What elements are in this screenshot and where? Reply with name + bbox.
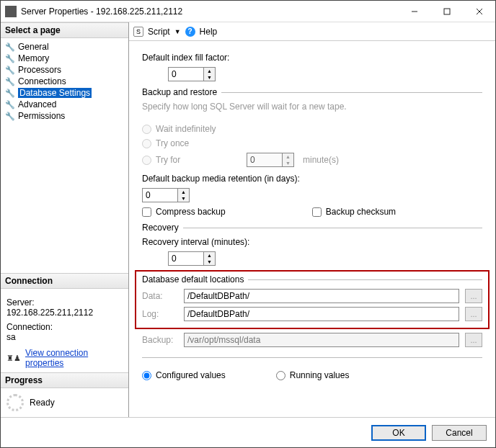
recovery-interval-input[interactable]: ▲▼ bbox=[168, 251, 216, 266]
script-button[interactable]: Script bbox=[148, 27, 170, 37]
try-once-label: Try once bbox=[156, 138, 189, 148]
progress-status-text: Ready bbox=[30, 398, 55, 408]
page-list: 🔧General 🔧Memory 🔧Processors 🔧Connection… bbox=[1, 38, 128, 125]
spin-up-icon: ▲ bbox=[283, 153, 293, 160]
connection-info: Server: 192.168.225.211,2112 Connection:… bbox=[1, 289, 128, 372]
help-button[interactable]: Help bbox=[200, 27, 218, 37]
page-item-processors[interactable]: 🔧Processors bbox=[2, 64, 127, 76]
connection-label: Connection: bbox=[6, 322, 123, 332]
select-page-header: Select a page bbox=[1, 22, 128, 38]
compress-backup-checkbox[interactable] bbox=[142, 207, 151, 217]
close-button[interactable] bbox=[463, 1, 495, 22]
help-icon: ? bbox=[185, 27, 195, 37]
fill-factor-value[interactable] bbox=[169, 68, 203, 81]
page-item-permissions[interactable]: 🔧Permissions bbox=[2, 110, 127, 122]
browse-data-button[interactable]: ... bbox=[465, 289, 482, 303]
left-panel: Select a page 🔧General 🔧Memory 🔧Processo… bbox=[1, 22, 129, 417]
db-locations-header: Database default locations bbox=[142, 274, 244, 285]
wrench-icon: 🔧 bbox=[5, 89, 15, 98]
backup-path-input[interactable] bbox=[184, 333, 459, 347]
toolbar: S Script ▼ ? Help bbox=[129, 22, 495, 41]
server-properties-window: Server Properties - 192.168.225.211,2112… bbox=[0, 0, 496, 448]
wrench-icon: 🔧 bbox=[5, 100, 15, 109]
ok-button[interactable]: OK bbox=[371, 425, 426, 441]
retention-label: Default backup media retention (in days)… bbox=[142, 174, 300, 184]
wrench-icon: 🔧 bbox=[5, 54, 15, 63]
page-item-database-settings[interactable]: 🔧Database Settings bbox=[2, 87, 127, 99]
try-for-label: Try for bbox=[156, 155, 242, 165]
retention-input[interactable]: ▲▼ bbox=[142, 188, 190, 202]
compress-backup-label: Compress backup bbox=[156, 207, 226, 217]
log-path-label: Log: bbox=[142, 309, 178, 319]
window-title: Server Properties - 192.168.225.211,2112 bbox=[21, 6, 398, 17]
data-path-label: Data: bbox=[142, 291, 178, 301]
try-for-value bbox=[247, 153, 282, 166]
running-values-label: Running values bbox=[290, 370, 350, 380]
minimize-button[interactable] bbox=[398, 1, 430, 22]
configured-values-label: Configured values bbox=[156, 370, 226, 380]
backup-hint: Specify how long SQL Server will wait fo… bbox=[142, 102, 347, 112]
retention-value[interactable] bbox=[143, 189, 177, 202]
server-value: 192.168.225.211,2112 bbox=[6, 308, 123, 318]
wrench-icon: 🔧 bbox=[5, 112, 15, 121]
fill-factor-input[interactable]: ▲▼ bbox=[168, 67, 216, 81]
recovery-header: Recovery bbox=[142, 223, 179, 233]
browse-backup-button[interactable]: ... bbox=[465, 333, 482, 347]
try-for-radio bbox=[142, 156, 151, 165]
fill-factor-label: Default index fill factor: bbox=[142, 53, 229, 63]
svg-rect-1 bbox=[444, 9, 450, 14]
progress-status-box: Ready bbox=[1, 388, 128, 417]
connection-header: Connection bbox=[1, 273, 128, 289]
page-item-general[interactable]: 🔧General bbox=[2, 41, 127, 53]
wrench-icon: 🔧 bbox=[5, 77, 15, 86]
backup-path-label: Backup: bbox=[142, 335, 178, 345]
spin-up-icon[interactable]: ▲ bbox=[178, 189, 189, 195]
server-label: Server: bbox=[6, 297, 123, 308]
spin-up-icon[interactable]: ▲ bbox=[204, 252, 215, 259]
maximize-button[interactable] bbox=[430, 1, 463, 22]
page-item-advanced[interactable]: 🔧Advanced bbox=[2, 99, 127, 110]
wrench-icon: 🔧 bbox=[5, 42, 15, 52]
wrench-icon: 🔧 bbox=[5, 66, 15, 75]
progress-spinner-icon bbox=[6, 394, 24, 411]
titlebar: Server Properties - 192.168.225.211,2112 bbox=[1, 1, 495, 22]
dialog-footer: OK Cancel bbox=[1, 417, 495, 447]
script-dropdown-icon[interactable]: ▼ bbox=[174, 28, 181, 35]
view-connection-properties-link[interactable]: View connection properties bbox=[25, 348, 123, 368]
connection-value: sa bbox=[6, 332, 123, 342]
data-path-input[interactable] bbox=[184, 289, 459, 303]
page-item-memory[interactable]: 🔧Memory bbox=[2, 53, 127, 64]
db-default-locations-highlight: Database default locations Data: ... Log… bbox=[135, 270, 490, 329]
script-icon: S bbox=[133, 27, 143, 37]
recovery-interval-label: Recovery interval (minutes): bbox=[142, 237, 249, 247]
app-icon bbox=[5, 6, 17, 17]
backup-checksum-label: Backup checksum bbox=[326, 207, 396, 217]
spin-up-icon[interactable]: ▲ bbox=[204, 68, 215, 74]
try-for-minutes-input: ▲▼ bbox=[247, 153, 294, 167]
try-once-radio bbox=[142, 139, 151, 148]
connection-properties-icon: ♜♟ bbox=[6, 354, 21, 363]
progress-header: Progress bbox=[1, 372, 128, 388]
wait-indefinitely-label: Wait indefinitely bbox=[156, 124, 216, 134]
wait-indefinitely-radio bbox=[142, 125, 151, 134]
content-panel: S Script ▼ ? Help Default index fill fac… bbox=[129, 22, 495, 417]
configured-values-radio[interactable] bbox=[142, 371, 151, 380]
backup-checksum-checkbox[interactable] bbox=[312, 207, 322, 217]
cancel-button[interactable]: Cancel bbox=[432, 425, 487, 441]
backup-restore-header: Backup and restore bbox=[142, 87, 217, 97]
recovery-interval-value[interactable] bbox=[169, 252, 203, 265]
browse-log-button[interactable]: ... bbox=[465, 307, 482, 321]
page-item-connections[interactable]: 🔧Connections bbox=[2, 76, 127, 87]
spin-down-icon[interactable]: ▼ bbox=[178, 195, 189, 202]
minutes-label: minute(s) bbox=[303, 155, 339, 165]
log-path-input[interactable] bbox=[184, 307, 459, 321]
spin-down-icon: ▼ bbox=[283, 160, 293, 166]
spin-down-icon[interactable]: ▼ bbox=[204, 74, 215, 81]
spin-down-icon[interactable]: ▼ bbox=[204, 259, 215, 265]
running-values-radio[interactable] bbox=[276, 371, 285, 380]
